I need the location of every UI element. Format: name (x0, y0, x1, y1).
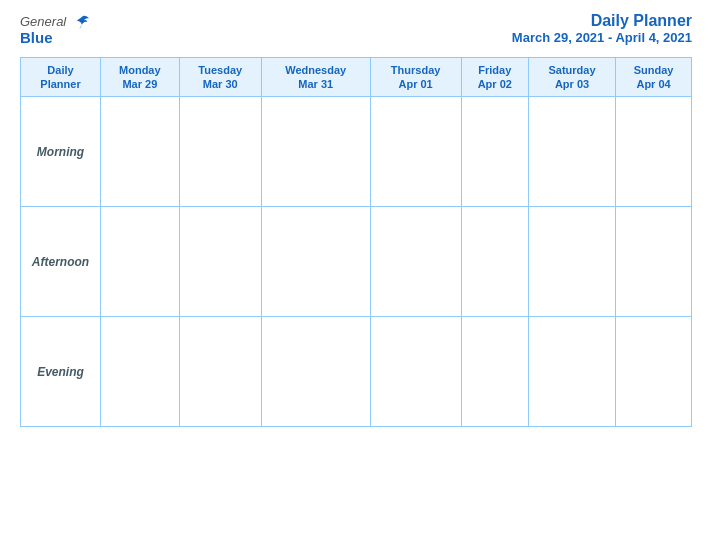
title-date: March 29, 2021 - April 4, 2021 (512, 30, 692, 45)
cell-evening-friday[interactable] (461, 317, 528, 427)
header-thursday: Thursday Apr 01 (370, 57, 461, 97)
header-saturday: Saturday Apr 03 (528, 57, 615, 97)
cell-afternoon-wednesday[interactable] (261, 207, 370, 317)
cell-afternoon-saturday[interactable] (528, 207, 615, 317)
bird-icon (73, 15, 91, 29)
cell-morning-friday[interactable] (461, 97, 528, 207)
title-area: Daily Planner March 29, 2021 - April 4, … (512, 12, 692, 45)
cell-evening-tuesday[interactable] (179, 317, 261, 427)
header: General Blue Daily Planner March 29, 202… (20, 12, 692, 47)
planner-table: Daily Planner Monday Mar 29 Tuesday Mar … (20, 57, 692, 428)
title-main: Daily Planner (512, 12, 692, 30)
table-row-evening: Evening (21, 317, 692, 427)
header-tuesday: Tuesday Mar 30 (179, 57, 261, 97)
cell-evening-monday[interactable] (101, 317, 180, 427)
cell-morning-tuesday[interactable] (179, 97, 261, 207)
cell-afternoon-friday[interactable] (461, 207, 528, 317)
header-wednesday: Wednesday Mar 31 (261, 57, 370, 97)
cell-afternoon-thursday[interactable] (370, 207, 461, 317)
header-friday: Friday Apr 02 (461, 57, 528, 97)
cell-morning-saturday[interactable] (528, 97, 615, 207)
header-label-cell: Daily Planner (21, 57, 101, 97)
cell-morning-thursday[interactable] (370, 97, 461, 207)
cell-afternoon-monday[interactable] (101, 207, 180, 317)
cell-afternoon-tuesday[interactable] (179, 207, 261, 317)
cell-morning-wednesday[interactable] (261, 97, 370, 207)
header-monday: Monday Mar 29 (101, 57, 180, 97)
logo-general: General (20, 12, 91, 30)
cell-evening-saturday[interactable] (528, 317, 615, 427)
page: General Blue Daily Planner March 29, 202… (0, 0, 712, 550)
cell-evening-wednesday[interactable] (261, 317, 370, 427)
cell-morning-sunday[interactable] (616, 97, 692, 207)
table-row-morning: Morning (21, 97, 692, 207)
cell-afternoon-sunday[interactable] (616, 207, 692, 317)
row-label-morning: Morning (21, 97, 101, 207)
row-label-evening: Evening (21, 317, 101, 427)
cell-evening-sunday[interactable] (616, 317, 692, 427)
logo-blue-text: Blue (20, 30, 53, 47)
logo-area: General Blue (20, 12, 91, 47)
table-row-afternoon: Afternoon (21, 207, 692, 317)
row-label-afternoon: Afternoon (21, 207, 101, 317)
header-sunday: Sunday Apr 04 (616, 57, 692, 97)
table-header-row: Daily Planner Monday Mar 29 Tuesday Mar … (21, 57, 692, 97)
cell-morning-monday[interactable] (101, 97, 180, 207)
cell-evening-thursday[interactable] (370, 317, 461, 427)
